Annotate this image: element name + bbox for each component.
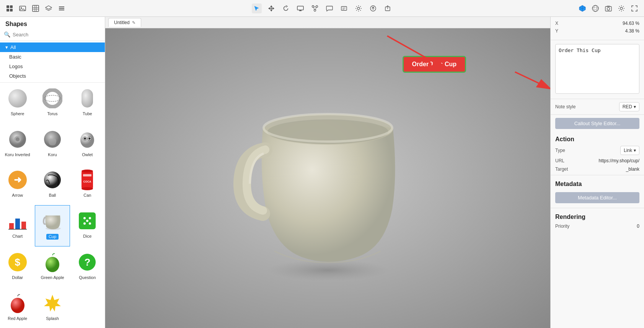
divider-2 [551,208,644,208]
shape-arrow[interactable]: ➜ Arrow [0,164,35,205]
shape-can[interactable]: COCA Can [70,164,105,205]
svg-point-58 [89,217,91,219]
svg-point-32 [607,7,610,10]
toolbar-right [577,3,639,13]
export-tool[interactable] [368,3,378,13]
chart-icon [8,211,28,231]
edit-icon[interactable]: ✎ [132,20,135,25]
shape-cup[interactable]: Cup [35,205,70,247]
sidebar-search-bar: 🔍 [0,30,105,41]
move-tool[interactable] [266,3,276,13]
shape-dice[interactable]: Dice [70,205,105,247]
cube-3d-icon[interactable] [577,3,587,13]
svg-point-60 [89,222,91,225]
svg-point-33 [620,7,623,10]
position-x-row: X 94.63 % [555,21,639,26]
shape-tube[interactable]: Tube [70,83,105,124]
svg-rect-3 [10,9,13,11]
rendering-heading: Rendering [551,210,644,222]
shape-arrow-label: Arrow [12,193,23,198]
action-type-select[interactable]: Link ▾ [620,146,639,155]
position-x-value: 94.63 % [623,21,639,26]
nodes-tool[interactable] [310,3,320,13]
comment-tool[interactable] [324,3,334,13]
shape-green-apple[interactable]: Green Apple [35,246,70,287]
position-y-row: Y 4.38 % [555,28,639,34]
callout-style-editor-button[interactable]: Callout Style Editor... [555,118,639,129]
svg-rect-53 [21,222,26,229]
svg-point-35 [44,95,61,101]
share-tool[interactable] [383,3,393,13]
sidebar-categories: ▾ All Basic Logos Objects [0,41,105,83]
canvas-viewport[interactable]: Order This Cup [105,28,550,328]
shape-owlet[interactable]: Owlet [70,124,105,165]
rotate-tool[interactable] [281,3,291,13]
svg-rect-2 [7,9,9,11]
image-icon[interactable] [18,3,28,13]
ball-icon [42,170,62,190]
action-target-row: Target _blank [551,165,644,173]
search-icon: 🔍 [4,31,10,38]
category-logos[interactable]: Logos [0,62,105,71]
search-input[interactable] [13,32,101,38]
shape-question[interactable]: ? Question [70,246,105,287]
note-style-select[interactable]: RED ▾ [619,102,639,111]
canvas-tab-label: Untitled [114,20,130,25]
shape-dollar[interactable]: $ Dollar [0,246,35,287]
action-target-label: Target [555,166,568,172]
text-content-input[interactable]: Order This Cup [555,44,639,94]
splash-icon [42,293,62,313]
koru-inverted-icon [8,129,28,149]
shape-red-apple[interactable]: Red Apple [0,287,35,328]
svg-line-22 [315,7,316,10]
grid-icon[interactable] [31,3,41,13]
shape-sphere[interactable]: Sphere [0,83,35,124]
shapes-grid: Sphere Torus Tube [0,83,105,328]
canvas-tab[interactable]: Untitled ✎ [108,18,141,27]
shape-koru[interactable]: Koru [35,124,70,165]
menu-icon[interactable] [57,3,67,13]
dice-icon [79,212,96,229]
category-all[interactable]: ▾ All [0,42,105,52]
position-y-label: Y [555,28,558,34]
tube-icon [82,89,93,108]
action-target-value: _blank [626,166,639,172]
svg-point-34 [44,90,61,107]
textbox-tool[interactable] [339,3,349,13]
svg-rect-0 [7,5,9,8]
sidebar: Shapes 🔍 ▾ All Basic Logos Objects [0,17,105,328]
grid4-icon[interactable] [5,3,15,13]
shape-chart[interactable]: Chart [0,205,35,247]
shape-ball[interactable]: Ball [35,164,70,205]
svg-rect-46 [82,171,93,189]
svg-rect-51 [9,223,14,229]
svg-point-57 [83,217,86,219]
category-basic[interactable]: Basic [0,52,105,62]
shape-koru-inverted[interactable]: Koru Inverted [0,124,35,165]
svg-rect-31 [605,7,611,11]
shape-torus[interactable]: Torus [35,83,70,124]
svg-point-40 [80,132,94,148]
sphere-icon [8,89,27,108]
shape-koru-label: Koru [48,152,57,157]
fullscreen-icon[interactable] [629,3,639,13]
cursor-tool[interactable] [252,3,262,13]
gear-tool[interactable] [354,3,364,13]
settings-icon[interactable] [616,3,626,13]
shape-splash[interactable]: Splash [35,287,70,328]
sphere-3d-icon[interactable] [590,3,600,13]
layers-icon[interactable] [44,3,54,13]
svg-point-62 [46,257,59,272]
metadata-editor-button[interactable]: Metadata Editor... [555,192,639,203]
action-type-label: Type [555,148,565,153]
order-button-canvas[interactable]: Order This Cup [403,56,466,73]
category-objects[interactable]: Objects [0,71,105,81]
shape-ball-label: Ball [49,193,56,198]
position-section: X 94.63 % Y 4.38 % [551,17,644,40]
svg-rect-49 [83,174,91,176]
note-style-row: Note style RED ▾ [551,99,644,115]
svg-line-21 [313,7,315,10]
camera-3d-icon[interactable] [603,3,613,13]
screen-tool[interactable] [295,3,305,13]
position-y-value: 4.38 % [625,28,639,34]
